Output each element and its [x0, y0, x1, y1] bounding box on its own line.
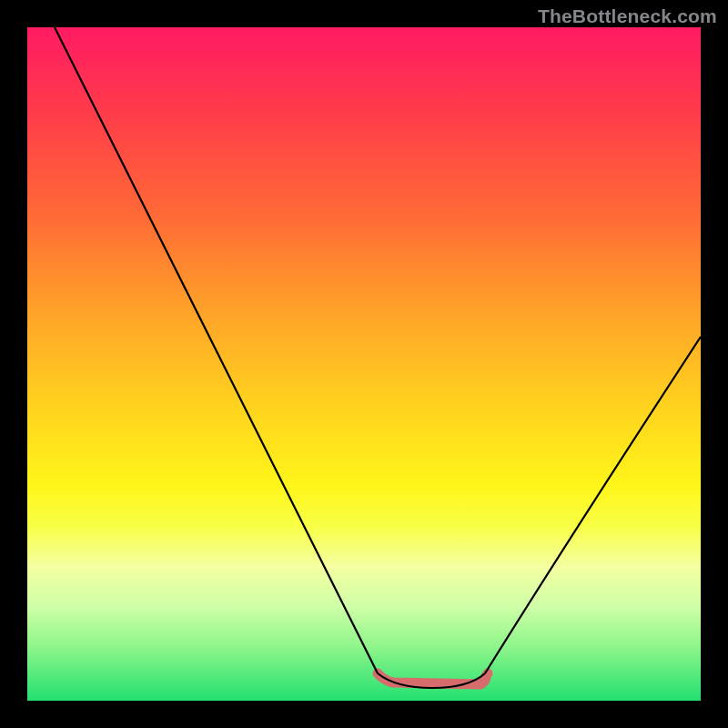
plot-area — [27, 27, 701, 701]
chart-frame: TheBottleneck.com — [0, 0, 728, 728]
attribution-label: TheBottleneck.com — [538, 5, 717, 27]
curve-layer — [27, 27, 701, 701]
curve-right-slope — [485, 337, 701, 673]
curve-left-slope — [55, 27, 378, 673]
